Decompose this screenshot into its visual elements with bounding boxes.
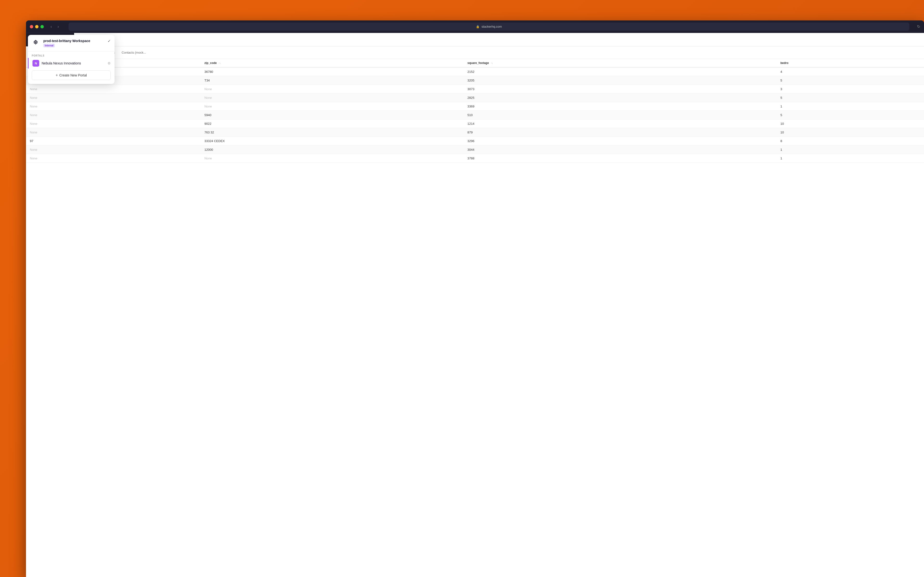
workspace-badge: Internal	[43, 44, 55, 47]
cell-state: None	[26, 119, 200, 128]
cell-state: None	[26, 85, 200, 93]
portal-avatar: N	[32, 60, 39, 67]
address-bar[interactable]: 🔒 stackerhq.com	[69, 23, 329, 31]
table-row: None9022121410	[26, 119, 329, 128]
cell-zip_code: None	[200, 154, 329, 163]
close-button[interactable]	[30, 25, 33, 28]
main-content: ▤ Ops Table (Mock Data) Maintenance Orde…	[26, 33, 329, 185]
cell-zip_code: 763 32	[200, 128, 329, 137]
create-portal-button[interactable]: + Create New Portal	[32, 71, 111, 80]
cell-zip_code: 9022	[200, 119, 329, 128]
workspace-name: prod-test-brittany Workspace	[43, 39, 105, 43]
portal-settings-button[interactable]: ⚙	[108, 61, 111, 65]
minimize-button[interactable]	[35, 25, 39, 28]
cell-state: 97	[26, 137, 200, 145]
table-row: None1200030441	[26, 145, 329, 154]
table-row: NoneNone28255	[26, 93, 329, 102]
portal-name: Nebula Nexus Innovations	[42, 61, 105, 65]
workspace-dropdown: prod-test-brittany Workspace Internal ✓ …	[28, 35, 115, 84]
cell-state: None	[26, 102, 200, 111]
plus-icon: +	[56, 73, 58, 77]
table-row: None763 3287910	[26, 128, 329, 137]
cell-state: None	[26, 111, 200, 119]
table-row: NoneNone30733	[26, 85, 329, 93]
checkmark-icon: ✓	[108, 39, 111, 43]
cell-zip_code: 33324 CEDEX	[200, 137, 329, 145]
nav-buttons: ‹ ›	[48, 24, 61, 30]
app-content: ▤ Ops Table (Mock Data) Maintenance Orde…	[26, 33, 329, 185]
table-row: 9733324 CEDEX32968	[26, 137, 329, 145]
workspace-info: prod-test-brittany Workspace Internal	[43, 39, 105, 47]
cell-zip_code: None	[200, 102, 329, 111]
browser-window: ‹ › 🔒 stackerhq.com ↻ ▤ Ops Table (Mock …	[26, 21, 329, 185]
cell-zip_code: T34	[200, 76, 329, 85]
cell-zip_code: 5940	[200, 111, 329, 119]
cell-zip_code: 36780	[200, 67, 329, 76]
portals-label: PORTALS	[28, 52, 115, 58]
cell-zip_code: None	[200, 93, 329, 102]
portal-item-nebula[interactable]: N Nebula Nexus Innovations ⚙	[28, 58, 115, 69]
cell-state: None	[26, 128, 200, 137]
table-row: NoneNone37881	[26, 154, 329, 163]
sort-zip-icon: ↑↓	[218, 62, 221, 64]
col-zip[interactable]: zip_code ↑↓	[200, 59, 329, 67]
table-row: NoneNone33691	[26, 102, 329, 111]
browser-titlebar: ‹ › 🔒 stackerhq.com ↻	[26, 21, 329, 33]
create-portal-label: Create New Portal	[59, 73, 87, 77]
cell-state: None	[26, 145, 200, 154]
table-row: None59405105	[26, 111, 329, 119]
cell-state: None	[26, 93, 200, 102]
tab-contacts[interactable]: Contacts (mock...	[118, 49, 149, 56]
cell-zip_code: 12000	[200, 145, 329, 154]
maximize-button[interactable]	[40, 25, 44, 28]
workspace-section: prod-test-brittany Workspace Internal ✓	[28, 39, 115, 50]
workspace-logo	[32, 39, 40, 47]
cell-zip_code: None	[200, 85, 329, 93]
divider	[28, 51, 115, 52]
back-button[interactable]: ‹	[48, 24, 54, 30]
cell-state: None	[26, 154, 200, 163]
forward-button[interactable]: ›	[56, 24, 61, 30]
traffic-lights	[30, 25, 44, 28]
